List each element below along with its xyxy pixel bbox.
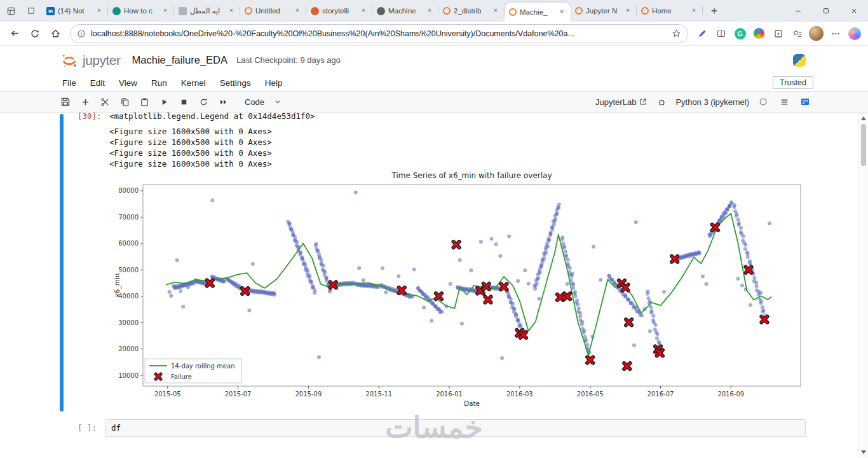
menu-item-view[interactable]: View (118, 78, 139, 88)
tab-close-icon[interactable]: × (227, 6, 236, 15)
menu-item-help[interactable]: Help (264, 78, 284, 88)
tab-close-icon[interactable]: × (557, 8, 566, 17)
restart-icon[interactable] (196, 95, 210, 109)
svg-text:10000: 10000 (118, 372, 139, 379)
cut-icon[interactable] (98, 95, 112, 109)
tab-close-icon[interactable]: × (491, 6, 500, 15)
svg-text:2015-07: 2015-07 (225, 391, 252, 398)
site-teal-icon (112, 7, 121, 15)
jupyter-header: jupyter Machie_failure_EDA Last Checkpoi… (0, 46, 868, 74)
home-icon[interactable] (46, 24, 65, 43)
maximize-icon[interactable] (812, 0, 840, 22)
browser-tab[interactable]: Untitled× (240, 0, 306, 22)
figure-line: <Figure size 1600x500 with 0 Axes> (109, 148, 315, 158)
menu-item-run[interactable]: Run (150, 78, 168, 88)
chevron-down-icon (273, 97, 282, 106)
vertical-scrollbar[interactable] (858, 113, 868, 458)
cell-type-dropdown[interactable]: Code (245, 97, 282, 107)
favorite-star-icon[interactable] (672, 29, 681, 38)
tab-title: 2_distrib (454, 7, 488, 15)
tab-close-icon[interactable]: × (359, 6, 368, 15)
browser-tab[interactable]: Machine× (372, 0, 438, 22)
new-tab-button[interactable] (705, 2, 723, 20)
scrollbar-thumb[interactable] (861, 124, 866, 166)
refresh-icon[interactable] (25, 24, 44, 43)
browser-tab[interactable]: storytelli× (306, 0, 372, 22)
figure-line: <Figure size 1600x500 with 0 Axes> (109, 137, 315, 148)
paste-icon[interactable] (137, 95, 151, 109)
info-icon[interactable] (77, 29, 86, 38)
jupyter-toolbar: Code JupyterLab Python 3 (ipykernel) (0, 92, 868, 113)
extension-color-icon[interactable] (750, 25, 768, 43)
tab-title: How to c (124, 7, 158, 15)
stop-icon[interactable] (177, 95, 191, 109)
tab-title: Machie_ (520, 8, 554, 16)
svg-text:2016-01: 2016-01 (436, 391, 463, 398)
minimize-icon[interactable] (784, 0, 812, 22)
notebook-title[interactable]: Machie_failure_EDA (132, 54, 227, 66)
copilot-icon[interactable] (846, 25, 863, 43)
svg-text:70000: 70000 (118, 214, 139, 221)
menu-item-settings[interactable]: Settings (219, 78, 252, 88)
toc-icon[interactable] (798, 95, 812, 109)
favorites-list-icon[interactable] (789, 25, 806, 43)
tab-title: Home (652, 7, 686, 15)
active-cell-indicator[interactable] (60, 114, 64, 412)
jupyterlab-link[interactable]: JupyterLab (595, 97, 648, 107)
browser-nav-bar: localhost:8888/notebooks/OneDrive%20-%20… (0, 22, 868, 46)
browser-tab[interactable]: Machie_× (505, 3, 571, 22)
more-options-icon[interactable] (827, 25, 844, 43)
workspaces-icon[interactable] (24, 4, 38, 18)
menu-item-kernel[interactable]: Kernel (180, 78, 207, 88)
browser-tab[interactable]: in(14) Not× (42, 0, 108, 22)
kernel-name[interactable]: Python 3 (ipykernel) (675, 97, 749, 107)
jupyter-icon (245, 7, 252, 15)
run-icon[interactable] (157, 95, 171, 109)
browser-tab[interactable]: How to c× (108, 0, 174, 22)
address-bar[interactable]: localhost:8888/notebooks/OneDrive%20-%20… (70, 24, 688, 43)
browser-tab[interactable]: Home× (637, 0, 703, 22)
kernel-status-icon (756, 95, 770, 109)
svg-text:2015-05: 2015-05 (154, 391, 181, 398)
tab-close-icon[interactable]: × (161, 6, 170, 15)
close-icon[interactable] (840, 0, 868, 22)
extension-gray-icon[interactable] (770, 25, 787, 43)
hamburger-icon[interactable] (777, 95, 791, 109)
edit-pen-icon[interactable] (693, 25, 710, 43)
svg-text:2016-05: 2016-05 (577, 391, 604, 398)
tab-close-icon[interactable]: × (623, 6, 632, 15)
tab-actions-icon[interactable] (4, 4, 18, 18)
tab-close-icon[interactable]: × (95, 6, 104, 15)
scroll-down-icon[interactable] (861, 450, 866, 454)
scroll-up-icon[interactable] (861, 116, 866, 120)
output-prompt: [30]: (78, 111, 109, 121)
trusted-badge[interactable]: Trusted (773, 76, 813, 89)
run-all-icon[interactable] (216, 95, 230, 109)
browser-tab[interactable]: ايه المطل× (174, 0, 240, 22)
svg-text:40000: 40000 (118, 293, 139, 300)
browser-window: in(14) Not×How to c×ايه المطل×Untitled×s… (0, 0, 868, 458)
checkpoint-text: Last Checkpoint: 9 days ago (236, 55, 341, 65)
menu-item-file[interactable]: File (61, 78, 78, 88)
debugger-icon[interactable] (654, 95, 668, 109)
copy-icon[interactable] (118, 95, 132, 109)
jupyterlab-label: JupyterLab (595, 97, 636, 107)
url-text[interactable]: localhost:8888/notebooks/OneDrive%20-%20… (91, 29, 667, 38)
tab-close-icon[interactable]: × (689, 6, 698, 15)
tab-close-icon[interactable]: × (293, 6, 302, 15)
jupyter-logo-text[interactable]: jupyter (83, 53, 121, 68)
tab-title: ايه المطل (190, 6, 224, 15)
svg-text:2016-09: 2016-09 (717, 391, 744, 398)
save-icon[interactable] (58, 95, 72, 109)
tab-close-icon[interactable]: × (425, 6, 434, 15)
profile-avatar[interactable] (808, 25, 825, 43)
svg-text:30000: 30000 (118, 319, 139, 326)
add-cell-icon[interactable] (78, 95, 92, 109)
split-screen-icon[interactable] (712, 25, 729, 43)
menu-item-edit[interactable]: Edit (89, 78, 106, 88)
back-icon[interactable] (5, 24, 24, 43)
grammarly-icon[interactable]: G (731, 25, 749, 43)
svg-text:Failure: Failure (171, 373, 192, 380)
browser-tab[interactable]: Jupyter N× (571, 0, 637, 22)
browser-tab[interactable]: 2_distrib× (438, 0, 505, 22)
